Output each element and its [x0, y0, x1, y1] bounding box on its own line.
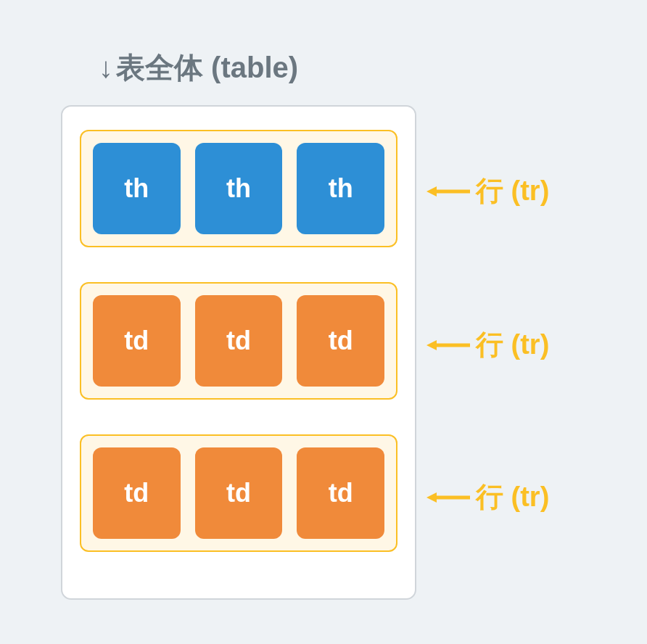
td-cell: td — [93, 447, 181, 539]
td-cell: td — [297, 447, 384, 539]
table-outline: th th th td td td td td td — [61, 105, 416, 600]
th-cell: th — [195, 143, 283, 234]
row-label-text: 行 (tr) — [476, 326, 549, 363]
td-cell: td — [195, 447, 283, 539]
row-label-text: 行 (tr) — [476, 479, 549, 516]
title-text: 表全体 (table) — [116, 48, 298, 88]
table-row-data: td td td — [80, 434, 397, 552]
svg-marker-3 — [426, 340, 437, 350]
svg-marker-1 — [426, 186, 437, 197]
row-label: 行 (tr) — [426, 326, 549, 363]
arrow-left-icon — [426, 184, 470, 199]
arrow-down-icon: ↓ — [99, 51, 113, 84]
table-row-header: th th th — [80, 130, 397, 247]
td-cell: td — [93, 295, 181, 387]
th-cell: th — [93, 143, 181, 234]
arrow-left-icon — [426, 338, 470, 352]
diagram-title: ↓ 表全体 (table) — [99, 48, 298, 88]
arrow-left-icon — [426, 490, 470, 505]
td-cell: td — [297, 295, 384, 387]
row-label: 行 (tr) — [426, 173, 549, 210]
td-cell: td — [195, 295, 283, 387]
table-row-data: td td td — [80, 282, 397, 400]
row-label: 行 (tr) — [426, 479, 549, 516]
svg-marker-5 — [426, 492, 437, 503]
row-label-text: 行 (tr) — [476, 173, 549, 210]
th-cell: th — [297, 143, 384, 234]
